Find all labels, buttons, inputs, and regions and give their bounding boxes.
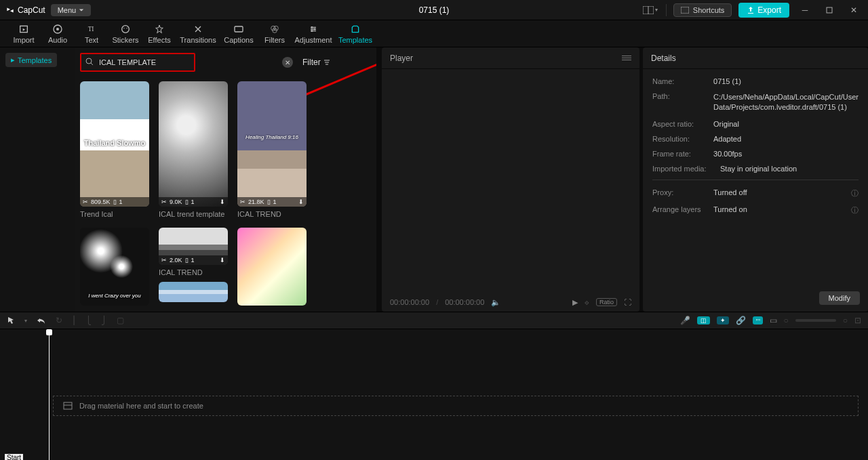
details-panel: Details Name:0715 (1) Path:C:/Users/Neha… <box>643 47 868 312</box>
crop-icon[interactable]: ⟐ <box>585 298 589 306</box>
split-right-button[interactable]: ⎭ <box>101 316 107 325</box>
minimize-button[interactable]: ─ <box>796 3 814 17</box>
info-icon[interactable]: ⓘ <box>851 205 859 215</box>
layers-icon: ▯ <box>113 198 117 205</box>
ratio-button[interactable]: Ratio <box>596 298 617 306</box>
preview-icon[interactable]: ▭ <box>770 316 777 325</box>
template-card[interactable]: Thailand Slowmo ✂809.5K ▯1 Trend Ical <box>80 81 149 218</box>
tab-templates[interactable]: Templates <box>335 24 376 44</box>
template-card[interactable]: ✂9.0K ▯1 ⬇ ICAL trend template <box>159 81 228 218</box>
tab-filters[interactable]: Filters <box>258 24 292 44</box>
tab-captions[interactable]: Captions <box>220 24 258 44</box>
search-icon <box>85 58 94 68</box>
search-input[interactable] <box>80 53 195 72</box>
template-thumb[interactable]: Healing Thailand 9:16 ✂21.8K ▯1 ⬇ <box>237 81 307 207</box>
export-button[interactable]: Export <box>738 3 789 18</box>
label-arrange: Arrange layers <box>652 205 713 215</box>
tab-audio[interactable]: Audio <box>41 24 75 44</box>
info-icon[interactable]: ⓘ <box>851 188 859 198</box>
player-viewport[interactable] <box>382 69 639 293</box>
tab-import[interactable]: Import <box>7 24 41 44</box>
tab-adjustment[interactable]: Adjustment <box>292 24 335 44</box>
track-chip[interactable]: ✦ <box>717 316 729 325</box>
template-card[interactable]: Healing Thailand 9:16 ✂21.8K ▯1 ⬇ ICAL T… <box>237 81 307 218</box>
split-left-button[interactable]: ⎩ <box>85 316 92 325</box>
split-button[interactable]: ⎮ <box>72 316 76 325</box>
capcut-icon <box>5 5 15 15</box>
delete-button[interactable]: ▢ <box>117 316 124 325</box>
template-thumb[interactable]: ✂2.0K ▯1 ⬇ <box>159 228 228 265</box>
app-logo: CapCut <box>5 5 45 15</box>
template-thumb[interactable]: Thailand Slowmo ✂809.5K ▯1 <box>80 81 149 207</box>
fullscreen-icon[interactable]: ⛶ <box>624 298 631 306</box>
divider <box>652 180 859 180</box>
template-thumb[interactable]: ✂9.0K ▯1 ⬇ <box>159 81 228 207</box>
track-chip[interactable]: ⎶ <box>753 316 763 325</box>
download-icon[interactable]: ⬇ <box>298 198 304 205</box>
svg-rect-11 <box>235 26 243 32</box>
redo-button[interactable]: ↻ <box>56 316 62 325</box>
layers-icon: ▯ <box>185 198 189 205</box>
volume-icon[interactable]: 🔈 <box>491 298 500 307</box>
svg-point-10 <box>126 28 127 28</box>
mic-icon[interactable]: 🎤 <box>680 316 690 325</box>
zoom-fit[interactable]: ⊡ <box>854 316 861 325</box>
value-arrange: Turned on <box>713 205 851 215</box>
pointer-tool[interactable] <box>7 316 15 325</box>
top-tabs: Import Audio TIText Stickers Effects Tra… <box>0 20 868 47</box>
zoom-slider[interactable] <box>795 319 836 322</box>
value-proxy: Turned off <box>713 188 851 198</box>
play-button[interactable]: ▶ <box>572 298 578 307</box>
playhead[interactable] <box>49 329 50 460</box>
layout-icon[interactable]: ▾ <box>642 3 659 17</box>
svg-point-9 <box>123 28 124 28</box>
player-menu-icon[interactable] <box>622 56 631 60</box>
filter-icon <box>323 59 330 66</box>
timeline-toolbar: ▾ ↻ ⎮ ⎩ ⎭ ▢ 🎤 ◫ ✦ 🔗 ⎶ ▭ ○ ○ ⊡ <box>0 312 868 329</box>
timeline-drop-area[interactable]: Drag material here and start to create <box>53 396 859 416</box>
tab-transitions[interactable]: Transitions <box>176 24 220 44</box>
player-controls: 00:00:00:00 / 00:00:00:00 🔈 ▶ ⟐ Ratio ⛶ <box>382 293 639 312</box>
scissor-icon: ✂ <box>161 198 167 205</box>
tab-effects[interactable]: Effects <box>142 24 176 44</box>
timeline[interactable]: Drag material here and start to create S… <box>0 329 868 460</box>
tab-text[interactable]: TIText <box>75 24 108 44</box>
maximize-button[interactable] <box>821 3 838 17</box>
template-card[interactable] <box>237 228 307 306</box>
shortcuts-button[interactable]: Shortcuts <box>673 3 732 17</box>
template-thumb[interactable] <box>159 282 228 302</box>
start-label: Start <box>5 454 23 460</box>
svg-text:TI: TI <box>88 26 94 33</box>
close-button[interactable]: ✕ <box>845 3 863 17</box>
tab-stickers[interactable]: Stickers <box>108 24 142 44</box>
download-icon[interactable]: ⬇ <box>220 257 225 264</box>
template-card[interactable]: I went Crazy over you <box>80 228 149 306</box>
download-icon[interactable]: ⬇ <box>220 198 225 205</box>
layers-icon: ▯ <box>185 257 189 264</box>
value-resolution: Adapted <box>713 135 859 143</box>
menu-button[interactable]: Menu <box>51 4 92 16</box>
svg-point-8 <box>122 25 130 33</box>
template-card[interactable]: ✂2.0K ▯1 ⬇ ICAL TREND <box>159 228 228 306</box>
project-title: 0715 (1) <box>419 5 450 15</box>
template-grid: Thailand Slowmo ✂809.5K ▯1 Trend Ical ✂9… <box>80 81 371 306</box>
template-title: ICAL TREND <box>237 210 307 218</box>
zoom-in[interactable]: ○ <box>843 316 848 325</box>
drop-hint: Drag material here and start to create <box>79 402 203 410</box>
filter-button[interactable]: Filter <box>302 58 330 67</box>
pointer-dropdown[interactable]: ▾ <box>24 318 27 324</box>
template-thumb[interactable] <box>237 228 307 306</box>
player-panel: Player 00:00:00:00 / 00:00:00:00 🔈 ▶ ⟐ R… <box>382 47 639 312</box>
zoom-out[interactable]: ○ <box>784 316 789 325</box>
template-title: ICAL trend template <box>159 210 228 218</box>
category-templates[interactable]: ▸Templates <box>5 53 57 67</box>
track-chip[interactable]: ◫ <box>697 316 710 325</box>
link-icon[interactable]: 🔗 <box>736 316 746 325</box>
template-title: ICAL TREND <box>159 268 228 276</box>
template-thumb[interactable]: I went Crazy over you <box>80 228 149 306</box>
clear-search-button[interactable]: ✕ <box>282 57 293 68</box>
svg-point-16 <box>314 28 316 30</box>
modify-button[interactable]: Modify <box>819 291 860 305</box>
svg-point-15 <box>311 26 313 28</box>
undo-button[interactable] <box>37 316 46 325</box>
